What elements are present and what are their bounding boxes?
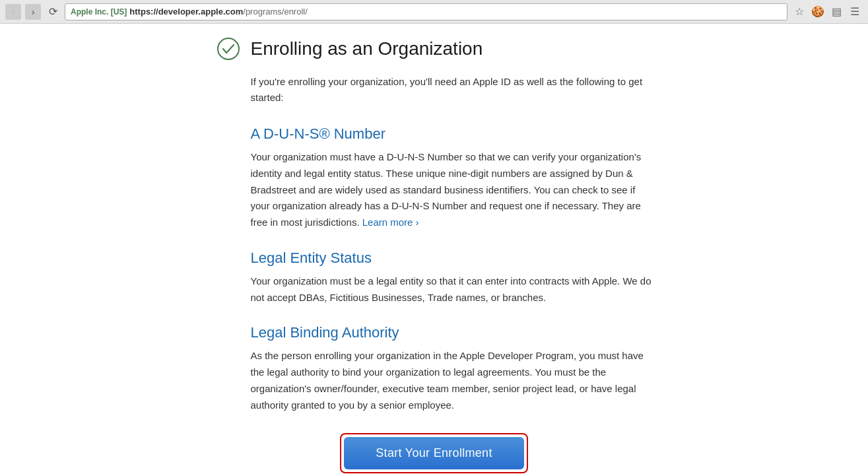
cookie-icon[interactable]: 🍪 — [810, 4, 826, 20]
bookmark-button[interactable]: ☆ — [791, 4, 807, 20]
legal-entity-title: Legal Entity Status — [251, 250, 652, 267]
back-button[interactable]: ‹ — [5, 4, 21, 20]
legal-entity-body: Your organization must be a legal entity… — [251, 273, 652, 306]
section-header: Enrolling as an Organization — [217, 37, 652, 61]
check-circle-icon — [217, 37, 240, 61]
url-display: https://developer.apple.com/programs/enr… — [129, 7, 307, 17]
reader-button[interactable]: ▤ — [828, 4, 844, 20]
url-path: /programs/enroll/ — [243, 7, 308, 17]
section-intro: If you're enrolling your organization, y… — [217, 74, 652, 106]
legal-binding-title: Legal Binding Authority — [251, 324, 652, 341]
secure-badge: Apple Inc. [US] — [71, 7, 127, 17]
cta-section: Start Your Enrollment — [217, 433, 652, 473]
forward-button[interactable]: › — [25, 4, 41, 20]
browser-toolbar: ‹ › ⟳ Apple Inc. [US] https://developer.… — [0, 0, 868, 24]
reload-button[interactable]: ⟳ — [45, 4, 61, 20]
browser-action-icons: ☆ 🍪 ▤ ☰ — [791, 4, 863, 20]
enrollment-btn-highlight: Start Your Enrollment — [340, 433, 527, 473]
duns-title: A D-U-N-S® Number — [251, 125, 652, 143]
section-title: Enrolling as an Organization — [251, 38, 483, 59]
duns-body: Your organization must have a D-U-N-S Nu… — [251, 149, 652, 231]
menu-button[interactable]: ☰ — [847, 4, 863, 20]
url-domain: https://developer.apple.com — [129, 7, 243, 17]
address-bar[interactable]: Apple Inc. [US] https://developer.apple.… — [65, 3, 787, 20]
duns-section: A D-U-N-S® Number Your organization must… — [217, 125, 652, 231]
page-content: Enrolling as an Organization If you're e… — [0, 24, 868, 474]
start-enrollment-button[interactable]: Start Your Enrollment — [344, 437, 523, 469]
content-wrapper: Enrolling as an Organization If you're e… — [203, 24, 665, 474]
legal-binding-section: Legal Binding Authority As the person en… — [217, 324, 652, 413]
legal-entity-section: Legal Entity Status Your organization mu… — [217, 250, 652, 306]
learn-more-link[interactable]: Learn more — [362, 217, 419, 228]
legal-binding-body: As the person enrolling your organizatio… — [251, 348, 652, 413]
svg-point-0 — [218, 38, 239, 59]
